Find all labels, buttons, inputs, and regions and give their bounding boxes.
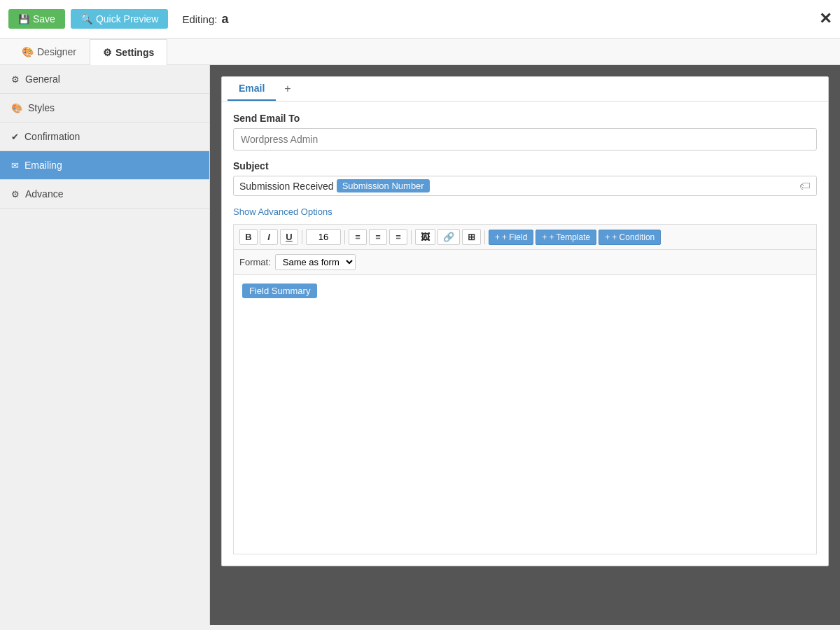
form-name: a [221, 12, 228, 27]
tab-settings-label: Settings [115, 47, 154, 58]
designer-icon: 🎨 [22, 46, 34, 57]
sidebar-item-label-general: General [25, 74, 60, 85]
editor-toolbar: B I U ≡ ≡ ≡ 🖼 🔗 ⊞ + + Field [233, 224, 817, 249]
advanced-link-label: Show Advanced Options [233, 206, 332, 217]
email-panel: Email + Send Email To Subject Submission [221, 76, 829, 566]
save-label: Save [33, 13, 55, 24]
email-tabs: Email + [222, 77, 828, 102]
tab-designer[interactable]: 🎨 Designer [8, 38, 90, 64]
editing-prefix: Editing: [182, 13, 217, 25]
format-select[interactable]: Same as form HTML Plain Text [275, 254, 356, 270]
add-template-label: + Template [549, 232, 590, 242]
top-toolbar: 💾 Save 🔍 Quick Preview Editing: a ✕ [0, 0, 840, 38]
subject-field[interactable]: Submission Received Submission Number 🏷 [233, 176, 817, 196]
field-summary-tag[interactable]: Field Summary [242, 284, 317, 298]
send-email-to-input[interactable] [233, 128, 817, 150]
toolbar-separator-4 [484, 230, 485, 244]
emailing-icon: ✉ [11, 160, 19, 171]
advance-icon: ⚙ [11, 189, 20, 200]
sidebar-item-styles[interactable]: 🎨 Styles [0, 94, 209, 122]
toolbar-align-center[interactable]: ≡ [369, 229, 387, 245]
email-tab-email[interactable]: Email [227, 77, 276, 101]
sidebar-item-label-advance: Advance [25, 188, 63, 200]
email-tab-add[interactable]: + [276, 77, 299, 101]
tab-designer-label: Designer [37, 46, 76, 57]
toolbar-link[interactable]: 🔗 [438, 229, 460, 245]
toolbar-separator-3 [411, 230, 412, 244]
general-icon: ⚙ [11, 74, 20, 85]
toolbar-underline[interactable]: U [280, 229, 298, 245]
sidebar-item-label-confirmation: Confirmation [24, 131, 80, 142]
sidebar-item-advance[interactable]: ⚙ Advance [0, 180, 209, 209]
add-field-label: + Field [502, 232, 527, 242]
sidebar-item-label-emailing: Emailing [24, 160, 62, 171]
sidebar: ⚙ General 🎨 Styles ✔ Confirmation ✉ Emai… [0, 65, 210, 625]
toolbar-align-left[interactable]: ≡ [349, 229, 367, 245]
email-form: Send Email To Subject Submission Receive… [222, 102, 828, 566]
main-tab-bar: 🎨 Designer ⚙ Settings [0, 38, 840, 65]
add-field-icon: + [495, 232, 500, 242]
toolbar-italic[interactable]: I [260, 229, 278, 245]
preview-label: Quick Preview [96, 13, 158, 24]
confirmation-icon: ✔ [11, 132, 19, 142]
email-tab-add-label: + [284, 83, 290, 94]
toolbar-add-template[interactable]: + + Template [536, 230, 596, 245]
advanced-options-link[interactable]: Show Advanced Options [233, 206, 332, 217]
tab-settings[interactable]: ⚙ Settings [90, 39, 167, 65]
format-label: Format: [239, 257, 271, 267]
main-layout: ⚙ General 🎨 Styles ✔ Confirmation ✉ Emai… [0, 65, 840, 625]
subject-tag[interactable]: Submission Number [337, 179, 430, 192]
sidebar-item-emailing[interactable]: ✉ Emailing [0, 151, 209, 180]
subject-text: Submission Received [239, 181, 334, 192]
toolbar-bold[interactable]: B [239, 229, 258, 245]
styles-icon: 🎨 [11, 103, 22, 113]
content-area: Email + Send Email To Subject Submission [210, 65, 840, 625]
close-button[interactable]: ✕ [819, 10, 832, 28]
editor-body[interactable]: Field Summary [233, 274, 817, 554]
add-template-icon: + [542, 232, 547, 242]
sidebar-item-label-styles: Styles [28, 102, 55, 113]
toolbar-add-field[interactable]: + + Field [489, 230, 533, 245]
sidebar-item-confirmation[interactable]: ✔ Confirmation [0, 122, 209, 151]
save-icon: 💾 [18, 14, 29, 24]
toolbar-image[interactable]: 🖼 [415, 229, 435, 245]
tag-icon: 🏷 [799, 180, 811, 192]
subject-label: Subject [233, 160, 817, 172]
toolbar-align-right[interactable]: ≡ [389, 229, 407, 245]
toolbar-fontsize[interactable] [306, 229, 341, 245]
toolbar-separator-2 [344, 230, 345, 244]
subject-group: Subject Submission Received Submission N… [233, 160, 817, 196]
editing-label: Editing: a [182, 12, 228, 27]
sidebar-item-general[interactable]: ⚙ General [0, 65, 209, 94]
toolbar-separator-1 [302, 230, 302, 244]
save-button[interactable]: 💾 Save [8, 9, 65, 29]
add-condition-icon: + [605, 232, 610, 242]
email-tab-email-label: Email [239, 83, 265, 94]
preview-button[interactable]: 🔍 Quick Preview [71, 9, 168, 29]
send-email-to-label: Send Email To [233, 113, 817, 124]
add-condition-label: + Condition [612, 232, 654, 242]
toolbar-table[interactable]: ⊞ [462, 229, 481, 245]
settings-icon: ⚙ [103, 47, 112, 58]
preview-icon: 🔍 [80, 13, 92, 24]
send-email-to-group: Send Email To [233, 113, 817, 150]
toolbar-add-condition[interactable]: + + Condition [598, 230, 661, 245]
format-row: Format: Same as form HTML Plain Text [233, 249, 817, 274]
